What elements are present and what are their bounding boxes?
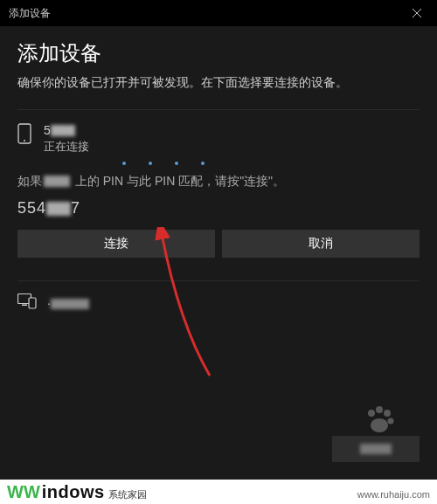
watermark-logo: WW	[7, 483, 40, 501]
button-row: 连接 取消	[17, 230, 420, 258]
device-pairing-section: 5 正在连接 如果 上的 PIN 与此 PIN 匹配，请按"连接"。 5547 …	[17, 109, 420, 265]
device-list-item[interactable]: ·	[17, 280, 420, 325]
svg-point-8	[388, 418, 394, 425]
pin-code: 5547	[17, 199, 420, 217]
svg-point-5	[368, 410, 375, 417]
phone-icon	[17, 123, 33, 155]
loading-dots	[122, 162, 420, 165]
watermark: WW indows 系统家园 www.ruhaiju.com	[0, 480, 437, 504]
svg-point-6	[376, 406, 383, 413]
pin-instruction: 如果 上的 PIN 与此 PIN 匹配，请按"连接"。	[17, 172, 420, 190]
svg-point-1	[24, 140, 25, 142]
dialog-content: 添加设备 确保你的设备已打开并可被发现。在下面选择要连接的设备。 5 正在连接 …	[0, 26, 437, 325]
paw-watermark-icon	[362, 403, 397, 441]
device-name-redacted	[51, 125, 75, 136]
titlebar: 添加设备	[0, 0, 437, 26]
watermark-text: indows	[42, 483, 105, 501]
close-button[interactable]	[397, 0, 437, 26]
svg-rect-3	[22, 304, 27, 306]
watermark-url: www.ruhaiju.com	[357, 490, 430, 500]
svg-rect-4	[29, 298, 36, 308]
monitor-phone-icon	[17, 293, 37, 313]
bottom-button-redacted	[360, 444, 392, 454]
pin-device-redacted	[44, 176, 70, 187]
pin-digits-redacted	[46, 202, 71, 216]
watermark-sub: 系统家园	[108, 490, 147, 500]
device-name: 5	[44, 123, 420, 137]
cancel-button[interactable]: 取消	[222, 230, 420, 258]
other-device-redacted	[51, 299, 89, 309]
device-status: 正在连接	[44, 139, 420, 155]
page-subtitle: 确保你的设备已打开并可被发现。在下面选择要连接的设备。	[17, 74, 420, 92]
svg-point-9	[371, 418, 388, 432]
device-other-name: ·	[47, 296, 89, 310]
close-icon	[413, 9, 421, 17]
svg-point-7	[384, 410, 391, 417]
connect-button[interactable]: 连接	[17, 230, 215, 258]
page-title: 添加设备	[17, 39, 420, 67]
titlebar-title: 添加设备	[9, 6, 51, 21]
